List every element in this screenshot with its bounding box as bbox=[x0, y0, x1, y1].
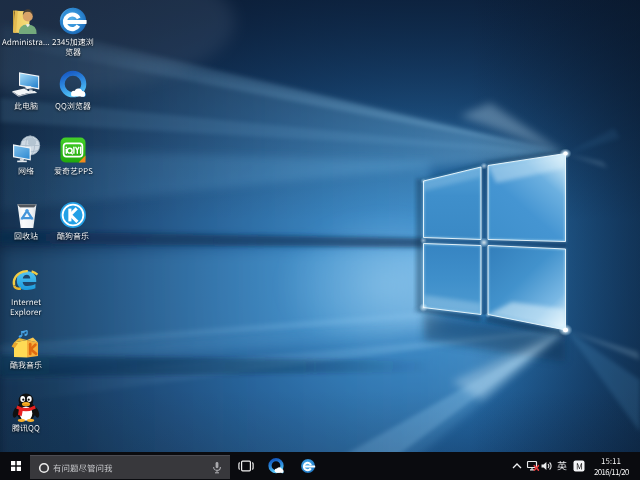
desktop-icon-this-pc[interactable] bbox=[0, 70, 52, 111]
desktop-icon-label bbox=[47, 231, 99, 241]
iqiyi-pps-icon[interactable] bbox=[58, 135, 88, 165]
2345-browser-icon[interactable] bbox=[58, 6, 88, 36]
clock-date bbox=[589, 466, 633, 477]
desktop-icon-kugou-music[interactable] bbox=[47, 200, 99, 241]
tray-clock[interactable] bbox=[589, 455, 633, 477]
desktop-icon-label bbox=[47, 37, 99, 57]
desktop-icon-label bbox=[0, 231, 52, 241]
qq-browser-icon[interactable] bbox=[58, 70, 88, 100]
network-icon[interactable] bbox=[11, 135, 41, 165]
desktop-icon-browser-2345[interactable] bbox=[47, 6, 99, 57]
desktop-icon-recycle-bin[interactable] bbox=[0, 200, 52, 241]
internet-explorer-icon[interactable] bbox=[11, 266, 41, 296]
desktop-icon-qq-browser[interactable] bbox=[47, 70, 99, 111]
desktop-icon-internet-explorer[interactable] bbox=[0, 266, 52, 317]
desktop-icon-label bbox=[0, 166, 52, 176]
desktop-icon-label bbox=[0, 297, 52, 317]
tray-show-hidden-icons-chevron[interactable] bbox=[509, 452, 525, 480]
desktop-icon-label bbox=[0, 101, 52, 111]
this-pc-icon[interactable] bbox=[11, 70, 41, 100]
desktop-icon-network[interactable] bbox=[0, 135, 52, 176]
desktop-icon-label bbox=[0, 423, 52, 433]
kugou-music-icon[interactable] bbox=[58, 200, 88, 230]
desktop-icon-iqiyi-pps[interactable] bbox=[47, 135, 99, 176]
music-notes bbox=[18, 331, 27, 339]
desktop-icon-kuwo-music[interactable] bbox=[0, 329, 52, 370]
tencent-qq-icon[interactable] bbox=[11, 392, 41, 422]
desktop-icon-label bbox=[47, 166, 99, 176]
desktop-icon-user-folder[interactable] bbox=[0, 6, 52, 47]
windows-logo bbox=[414, 150, 566, 363]
taskbar bbox=[0, 452, 640, 480]
user-folder-icon[interactable] bbox=[11, 6, 41, 36]
desktop-icon-label bbox=[0, 37, 52, 47]
tray-ime-language-indicator[interactable] bbox=[555, 452, 568, 480]
tray-volume-icon[interactable] bbox=[540, 452, 554, 480]
desktop-icon-label bbox=[0, 360, 52, 370]
desktop-icon-label bbox=[47, 101, 99, 111]
kuwo-music-icon[interactable] bbox=[11, 329, 41, 359]
desktop bbox=[0, 0, 640, 480]
system-tray bbox=[0, 452, 640, 480]
tray-ime-mode-badge[interactable] bbox=[572, 452, 586, 480]
tray-network-disconnected-icon[interactable] bbox=[525, 452, 540, 480]
recycle-bin-icon[interactable] bbox=[11, 200, 41, 230]
clock-time bbox=[589, 455, 633, 466]
desktop-icon-tencent-qq[interactable] bbox=[0, 392, 52, 433]
